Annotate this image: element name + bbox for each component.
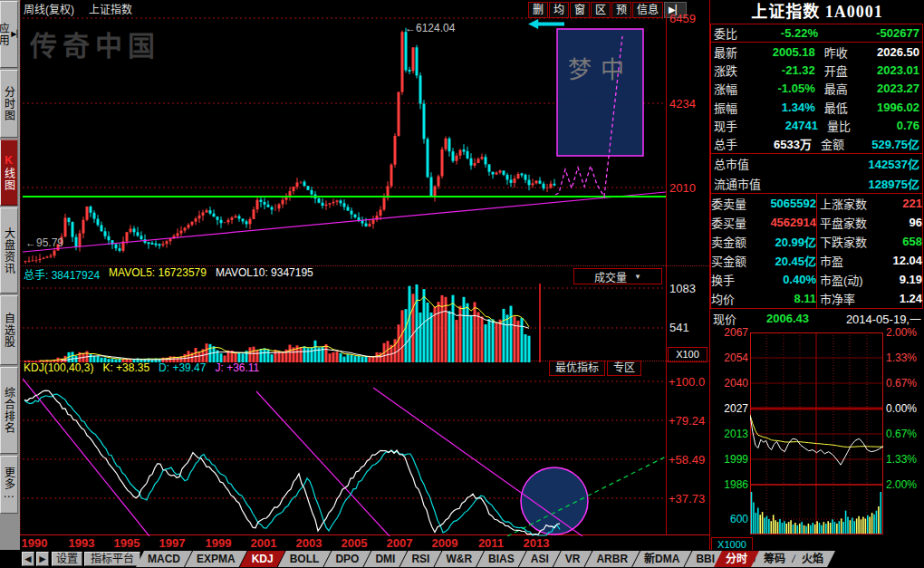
quote-row: 振幅1.34%最低1996.02 [711,98,922,116]
kdj-y-label-2: +79.24 [669,414,705,428]
volume-chart [23,281,666,362]
sidebar-item-market-news[interactable]: 大盘资讯 [0,207,18,294]
indicator-platform-button[interactable]: 指标平台 [84,552,140,566]
sidebar-item-intraday-chart[interactable]: 分时图 [0,70,18,138]
tab-BOLL[interactable]: BOLL [278,551,332,567]
stock-trading-app: ▶▏应用分时图K线图大盘资讯自选股综合排名更多⋯ 周线(复权) 上证指数 删均窗… [0,0,924,568]
quote-row: 流通市值128975亿 [711,174,922,194]
intraday-price-label: 2067 [710,326,748,339]
volume-header-seg-1: MAVOL5: 16723579 [109,266,207,282]
intraday-pct-label: 0.00% [886,402,924,415]
kdj-buttons: 最优指标专区 [549,361,641,376]
kdj-button-0[interactable]: 最优指标 [549,361,605,376]
sidebar-item-ranking[interactable]: 综合排名 [0,367,18,454]
quote-row: 委买量4562914平盘家数96 [711,213,922,232]
tab-W&R[interactable]: W&R [434,551,484,567]
year-label: 2005 [338,536,371,550]
sidebar-item-label: 自选股 [2,313,17,348]
scroll-right-button[interactable]: ► [36,552,49,566]
year-label: 2001 [247,536,280,550]
intraday-price-label: 2040 [710,377,748,390]
quote-row: 涨幅-1.05%最高2023.27 [711,80,922,98]
volume-header-seg-2: MAVOL10: 9347195 [216,266,313,282]
tab-ARBR[interactable]: ARBR [584,551,640,567]
kdj-y-label-1: +100.0 [669,375,705,389]
kdj-header-seg-2: D: +39.47 [159,361,206,374]
settings-button[interactable]: 设置 [52,552,82,566]
sidebar-item-label: 应用 [0,23,11,46]
tab-ASI[interactable]: ASI [519,551,561,567]
kdj-y-label-4: +37.73 [669,492,705,505]
tab-分时[interactable]: 分时 [714,551,759,567]
main-y-label-2: 4234 [669,97,696,111]
intraday-pct-label: 1.33% [886,453,924,466]
peak-annotation: ←6124.04 [405,22,455,34]
current-price-label: 现价 [713,310,751,327]
tab-DMI[interactable]: DMI [363,551,407,567]
drawn-box-label: 梦中 [558,51,643,84]
tab-新DMA[interactable]: 新DMA [632,551,691,567]
low-annotation: ←95.79 [25,236,63,249]
quote-row: 买金额20.45亿市盈12.04 [711,251,922,270]
year-label: 2011 [475,536,507,550]
bottom-toolbar: ◄ ► 设置 指标平台 MACDEXPMAKDJBOLLDPODMIRSIW&R… [0,550,924,568]
sidebar-item-label: K线图 [2,154,17,191]
year-label: 2007 [383,536,416,550]
kdj-header-seg-0: KDJ(100,40,3) [24,361,93,374]
quote-row: 换手0.40%市盈(动)9.19 [711,270,922,289]
tab-KDJ[interactable]: KDJ [240,551,285,567]
kdj-button-1[interactable]: 专区 [607,361,641,376]
main-y-label-3: 2010 [669,181,696,195]
sidebar-item-more[interactable]: 更多⋯ [0,456,18,514]
quote-title: 上证指数 1A0001 [710,0,924,24]
indicator-tabstrip: MACDEXPMAKDJBOLLDPODMIRSIW&RBIASASIVRARB… [136,551,807,567]
volume-header-seg-0: 总手: 38417924 [24,266,100,282]
quote-breadth-box: 委卖量5065592上涨家数221委买量4562914平盘家数96卖金额20.9… [710,193,923,309]
watermark: 传奇中国 [30,24,160,63]
tab-BIAS[interactable]: BIAS [476,551,526,567]
intraday-price-label: 2027 [710,402,748,415]
intraday-pct-label: 0.67% [886,428,924,440]
sidebar-item-kline-chart[interactable]: K线图 [0,140,18,206]
right-tabstrip: 分时筹码火焰 [714,551,835,567]
arrow-left-icon: ← [405,22,416,34]
year-label: 1997 [156,536,188,550]
quote-row: 委卖量5065592上涨家数221 [711,194,922,213]
tab-火焰[interactable]: 火焰 [790,551,835,567]
quote-row: 现手24741量比0.76 [711,116,922,134]
year-label: 2009 [428,536,461,550]
chevron-down-icon: ▼ [634,273,641,281]
intraday-pct-label: 2.00% [886,478,924,491]
kdj-header-seg-1: K: +38.35 [102,361,149,374]
volume-header: 总手: 38417924MAVOL5: 16723579MAVOL10: 934… [24,266,322,282]
tab-筹码[interactable]: 筹码 [752,551,797,567]
tab-RSI[interactable]: RSI [399,551,441,567]
quote-row: 总市值142537亿 [711,154,922,174]
vol-y-label-2: 541 [669,321,689,334]
quote-row: 最新2005.18昨收2026.50 [711,43,922,61]
quote-row: 涨跌-21.32开盘2023.01 [711,61,922,79]
intraday-vol-label: 600 [710,513,748,525]
tab-DPO[interactable]: DPO [323,551,371,567]
year-label: 1993 [65,536,98,550]
intraday-pct-label: 0.67% [886,377,924,390]
chart-left-border [20,0,21,534]
scroll-left-button[interactable]: ◄ [22,552,34,566]
year-label: 2003 [293,536,325,550]
kdj-header: KDJ(100,40,3)K: +38.35D: +39.47J: +36.11 [24,361,268,374]
intraday-pct-label: 1.33% [886,351,924,364]
sidebar-item-label: 综合排名 [2,387,17,434]
date-label: 2014-05-19,一 [809,310,921,327]
sidebar-item-label: 分时图 [2,86,17,121]
sidebar-item-apps[interactable]: ▶▏应用 [0,1,18,68]
tab-EXPMA[interactable]: EXPMA [185,551,247,567]
intraday-chart [750,332,883,534]
quote-row: 均价8.11市净率1.24 [711,289,922,308]
tab-MACD[interactable]: MACD [136,551,192,567]
current-price-value: 2006.43 [751,312,809,325]
kdj-chart [23,376,666,536]
sidebar: ▶▏应用分时图K线图大盘资讯自选股综合排名更多⋯ [0,0,20,550]
sidebar-item-watchlist[interactable]: 自选股 [0,295,18,365]
arrow-left-icon: ← [25,236,36,249]
quote-row: 卖金额20.99亿下跌家数658 [711,232,922,251]
